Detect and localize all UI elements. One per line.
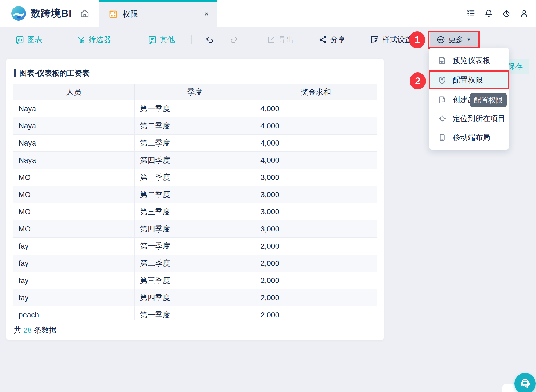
chart-card: 图表-仪表板的工资表 人员 季度 奖金求和 Naya第一季度4,000 Naya… — [6, 59, 384, 340]
user-icon[interactable] — [520, 9, 528, 18]
chevron-down-icon: ▼ — [467, 37, 471, 42]
table-row: Naya第四季度4,000 — [13, 152, 377, 169]
more-button-highlight-box: 更多 ▼ — [428, 31, 480, 49]
redo-icon — [230, 35, 238, 44]
chart-icon — [16, 35, 24, 44]
annotation-step-2-badge: 2 — [410, 72, 426, 89]
support-chat-button[interactable] — [514, 373, 536, 392]
table-row: Naya第一季度4,000 — [13, 100, 377, 117]
locate-project-icon — [438, 115, 446, 123]
undo-icon — [205, 35, 214, 44]
tab-label: 权限 — [122, 9, 138, 20]
tooltip-configure-permissions: 配置权限 — [470, 93, 507, 107]
create-copy-icon — [438, 96, 446, 104]
share-button[interactable]: 分享 — [319, 35, 345, 45]
menu-item-configure-permissions[interactable]: 配置权限 — [429, 70, 509, 89]
column-header: 奖金求和 — [255, 84, 377, 100]
export-icon — [267, 35, 276, 44]
table-row: MO第三季度3,000 — [13, 203, 377, 220]
table-row: fay第三季度2,000 — [13, 272, 377, 289]
export-button[interactable]: 导出 — [267, 35, 294, 45]
card-title-row: 图表-仪表板的工资表 — [14, 68, 90, 78]
headset-chat-icon — [520, 378, 531, 389]
tab-permissions[interactable]: 权限 × — [99, 0, 217, 27]
title-accent-bar — [14, 69, 16, 77]
card-title: 图表-仪表板的工资表 — [19, 68, 90, 78]
brand-logo-icon — [11, 6, 26, 21]
filter-icon — [77, 35, 85, 44]
table-row: fay第四季度2,000 — [13, 289, 377, 306]
redo-button[interactable] — [230, 35, 238, 44]
table-row: peach第一季度2,000 — [13, 306, 377, 320]
add-chart-button[interactable]: 图表 — [16, 35, 42, 45]
app-window: 数跨境BI 权限 × — [0, 0, 536, 392]
table-row: Naya第三季度4,000 — [13, 135, 377, 152]
toolbar-separator — [128, 35, 128, 44]
shield-permission-icon — [438, 76, 446, 84]
menu-item-locate-project[interactable]: 定位到所在项目 — [429, 110, 509, 127]
table-row: fay第一季度2,000 — [13, 238, 377, 255]
grid-table-icon — [109, 10, 117, 19]
column-header: 季度 — [135, 84, 255, 100]
toolbar-separator — [58, 35, 58, 44]
share-icon — [319, 35, 327, 44]
style-settings-button[interactable]: 样式设置 — [370, 35, 412, 45]
brand: 数跨境BI — [11, 0, 72, 27]
column-header: 人员 — [13, 84, 135, 100]
table-row: fay第二季度2,000 — [13, 255, 377, 272]
preview-dashboard-icon — [438, 56, 446, 64]
tab-close-icon[interactable]: × — [202, 9, 211, 19]
row-count-value: 28 — [21, 326, 34, 334]
bell-icon[interactable] — [484, 9, 493, 18]
more-button[interactable]: 更多 ▼ — [430, 32, 478, 47]
menu-item-mobile-layout[interactable]: 移动端布局 — [429, 129, 509, 146]
add-filter-button[interactable]: 筛选器 — [77, 35, 111, 45]
table-row: MO第二季度3,000 — [13, 186, 377, 203]
more-ellipsis-icon — [437, 35, 445, 44]
topbar-actions — [467, 0, 528, 27]
task-list-icon[interactable] — [467, 9, 475, 18]
data-table: 人员 季度 奖金求和 Naya第一季度4,000 Naya第二季度4,000 N… — [13, 84, 377, 320]
style-settings-icon — [370, 35, 379, 44]
timer-icon[interactable] — [502, 9, 511, 18]
brand-name: 数跨境BI — [31, 7, 72, 20]
mobile-layout-icon — [438, 133, 446, 141]
table-row: MO第四季度3,000 — [13, 220, 377, 238]
annotation-step-1-badge: 1 — [409, 31, 425, 48]
menu-item-preview-dashboard[interactable]: 预览仪表板 — [429, 52, 509, 69]
table-header-row: 人员 季度 奖金求和 — [13, 84, 377, 100]
row-count-status: 共28条数据 — [14, 325, 56, 335]
add-other-button[interactable]: 其他 — [148, 35, 175, 45]
toolbar-separator — [191, 35, 192, 44]
undo-button[interactable] — [205, 35, 214, 44]
other-widget-icon — [148, 35, 157, 44]
table-row: Naya第二季度4,000 — [13, 117, 377, 135]
home-button[interactable] — [80, 8, 90, 19]
top-bar: 数跨境BI 权限 × — [0, 0, 536, 27]
table-row: MO第一季度3,000 — [13, 169, 377, 186]
